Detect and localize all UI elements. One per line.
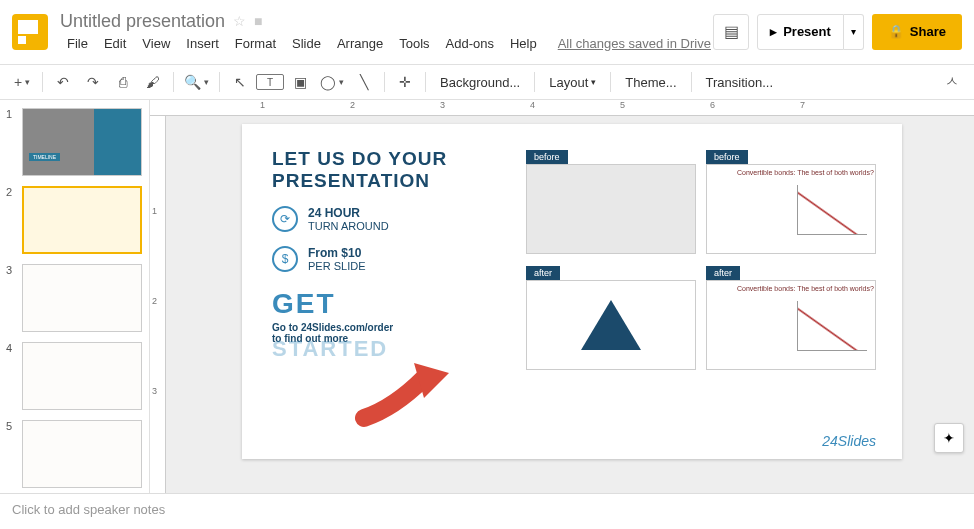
- vertical-ruler: 1 2 3: [150, 116, 166, 493]
- print-button[interactable]: ⎙: [109, 68, 137, 96]
- move-folder-icon[interactable]: ■: [254, 13, 262, 29]
- menu-file[interactable]: File: [60, 34, 95, 53]
- menu-addons[interactable]: Add-ons: [439, 34, 501, 53]
- slide-canvas[interactable]: LET US DO YOURPRESENTATION ⟳ 24 HOURTURN…: [242, 124, 902, 459]
- paint-format-button[interactable]: 🖌: [139, 68, 167, 96]
- before-image-2: Convertible bonds: The best of both worl…: [706, 164, 876, 254]
- comment-tool[interactable]: ✛: [391, 68, 419, 96]
- thumb-number: 2: [6, 186, 18, 254]
- shape-tool[interactable]: ◯▾: [316, 68, 348, 96]
- new-slide-button[interactable]: +▾: [8, 68, 36, 96]
- before-image-1: [526, 164, 696, 254]
- background-button[interactable]: Background...: [432, 68, 528, 96]
- example-images: before after before Convertible bonds: T…: [526, 146, 876, 370]
- present-label: Present: [783, 24, 831, 39]
- main-area: 1 TIMELINE 2 3 4 5 1 2 3 4 5 6 7 1 2 3: [0, 100, 974, 493]
- collapse-menus-button[interactable]: ㅅ: [938, 68, 966, 96]
- slide-thumbnail-3[interactable]: [22, 264, 142, 332]
- select-tool[interactable]: ↖: [226, 68, 254, 96]
- explore-button[interactable]: ✦: [934, 423, 964, 453]
- speaker-notes[interactable]: Click to add speaker notes: [0, 493, 974, 529]
- clock-icon: ⟳: [272, 206, 298, 232]
- canvas-area: 1 2 3 4 5 6 7 1 2 3 LET US DO YOURPRESEN…: [150, 100, 974, 493]
- play-icon: ▸: [770, 24, 777, 39]
- share-label: Share: [910, 24, 946, 39]
- menu-bar: File Edit View Insert Format Slide Arran…: [60, 34, 713, 53]
- thumb-number: 4: [6, 342, 18, 410]
- theme-button[interactable]: Theme...: [617, 68, 684, 96]
- after-label-1: after: [526, 266, 560, 280]
- slide-thumbnail-4[interactable]: [22, 342, 142, 410]
- menu-insert[interactable]: Insert: [179, 34, 226, 53]
- before-label-1: before: [526, 150, 568, 164]
- document-title[interactable]: Untitled presentation: [60, 11, 225, 32]
- share-button[interactable]: 🔒 Share: [872, 14, 962, 50]
- after-label-2: after: [706, 266, 740, 280]
- brand-logo: 24Slides: [822, 433, 876, 449]
- menu-slide[interactable]: Slide: [285, 34, 328, 53]
- after-image-2: Convertible bonds: The best of both worl…: [706, 280, 876, 370]
- zoom-button[interactable]: 🔍▾: [180, 68, 213, 96]
- save-status[interactable]: All changes saved in Drive: [558, 36, 711, 51]
- toolbar: +▾ ↶ ↷ ⎙ 🖌 🔍▾ ↖ T ▣ ◯▾ ╲ ✛ Background...…: [0, 64, 974, 100]
- textbox-tool[interactable]: T: [256, 74, 284, 90]
- title-area: Untitled presentation ☆ ■ File Edit View…: [60, 11, 713, 53]
- thumb-number: 1: [6, 108, 18, 176]
- comments-button[interactable]: ▤: [713, 14, 749, 50]
- menu-help[interactable]: Help: [503, 34, 544, 53]
- after-image-1: [526, 280, 696, 370]
- star-icon[interactable]: ☆: [233, 13, 246, 29]
- before-label-2: before: [706, 150, 748, 164]
- slide-thumbnail-2[interactable]: [22, 186, 142, 254]
- thumb-number: 3: [6, 264, 18, 332]
- menu-view[interactable]: View: [135, 34, 177, 53]
- redo-button[interactable]: ↷: [79, 68, 107, 96]
- slide-thumbnail-1[interactable]: TIMELINE: [22, 108, 142, 176]
- horizontal-ruler: 1 2 3 4 5 6 7: [150, 100, 974, 116]
- undo-button[interactable]: ↶: [49, 68, 77, 96]
- menu-format[interactable]: Format: [228, 34, 283, 53]
- present-dropdown[interactable]: ▾: [844, 14, 864, 50]
- menu-tools[interactable]: Tools: [392, 34, 436, 53]
- transition-button[interactable]: Transition...: [698, 68, 781, 96]
- slide-thumbnail-5[interactable]: [22, 420, 142, 488]
- dollar-icon: $: [272, 246, 298, 272]
- slides-logo: [12, 14, 48, 50]
- thumb-number: 5: [6, 420, 18, 488]
- image-tool[interactable]: ▣: [286, 68, 314, 96]
- lock-icon: 🔒: [888, 24, 904, 39]
- menu-edit[interactable]: Edit: [97, 34, 133, 53]
- menu-arrange[interactable]: Arrange: [330, 34, 390, 53]
- header-bar: Untitled presentation ☆ ■ File Edit View…: [0, 0, 974, 64]
- filmstrip[interactable]: 1 TIMELINE 2 3 4 5: [0, 100, 150, 493]
- present-button[interactable]: ▸ Present: [757, 14, 844, 50]
- thumb-1-label: TIMELINE: [29, 153, 60, 161]
- line-tool[interactable]: ╲: [350, 68, 378, 96]
- layout-button[interactable]: Layout▾: [541, 68, 604, 96]
